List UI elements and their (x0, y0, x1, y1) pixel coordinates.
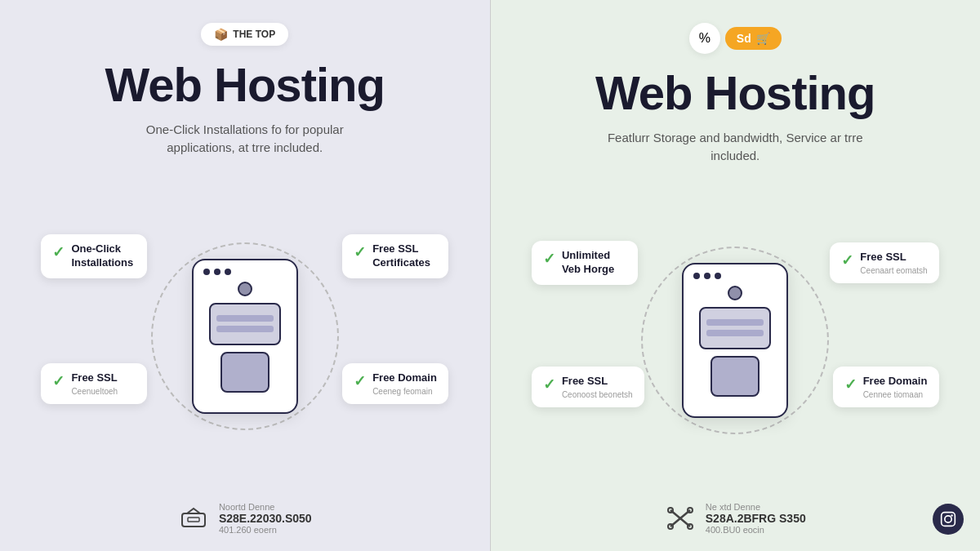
card-free-ssl-cert-title: Free SSLCertificates (372, 242, 430, 270)
box-icon: 📦 (214, 28, 228, 41)
right-server-drive1 (699, 307, 771, 349)
left-panel: 📦 THE TOP Web Hosting One-Click Installa… (0, 0, 490, 551)
rdrive-line2 (706, 330, 764, 336)
card-free-domain-title: Free Domain (372, 371, 437, 385)
rcheck-icon-4: ✓ (844, 375, 857, 393)
right-footer-label: Ne xtd Denne (706, 502, 806, 512)
right-footer-icon (665, 503, 696, 534)
card-free-ssl3-title: Free SSL (562, 375, 633, 389)
card-unlimited: ✓ UnlimitedVeb Horge (532, 241, 638, 285)
left-footer: Noortd Denne S28E.22030.S050 401.260 eoe… (33, 502, 457, 535)
svg-point-10 (951, 514, 953, 517)
left-footer-label: Noortd Denne (219, 502, 312, 512)
left-title: Web Hosting (105, 59, 385, 111)
rdot3 (715, 273, 721, 279)
check-icon-4: ✓ (354, 372, 366, 390)
card-free-ssl2-text: Free SSL Ceenaart eomatsh (860, 251, 927, 275)
card-free-ssl2: ✓ Free SSL Ceenaart eomatsh (830, 242, 938, 283)
right-server-camera (728, 286, 742, 300)
right-server-unit (682, 263, 788, 418)
svg-rect-0 (182, 513, 205, 527)
left-footer-text: Noortd Denne S28E.22030.S050 401.260 eoe… (219, 502, 312, 535)
drive-line1 (216, 315, 274, 322)
right-footer-text: Ne xtd Denne S28A.2BFRG S350 400.BU0 eoc… (706, 502, 806, 535)
card-unlimited-text: UnlimitedVeb Horge (562, 249, 614, 277)
card-free-ssl2-title: Free SSL (860, 251, 927, 264)
right-footer: Ne xtd Denne S28A.2BFRG S350 400.BU0 eoc… (523, 502, 948, 535)
right-title: Web Hosting (595, 67, 875, 119)
dot3 (225, 269, 231, 275)
card-free-ssl: ✓ Free SSL Ceenueltoeh (41, 363, 147, 404)
right-footer-note: 400.BU0 eocin (706, 525, 806, 535)
card-free-domain2-title: Free Domain (863, 375, 928, 389)
card-free-ssl-text: Free SSL Ceenueltoeh (71, 371, 118, 396)
left-subtitle: One-Click Installations fo for popular a… (114, 121, 376, 158)
server-dots (203, 269, 231, 275)
percent-badge: % (689, 23, 720, 54)
cart-icon: 🛒 (756, 32, 770, 45)
left-server-section: ✓ One-ClickInstallations ✓ Free SSLCerti… (33, 177, 457, 495)
left-server-unit (192, 259, 298, 414)
dot1 (203, 269, 210, 275)
right-server-drive2 (710, 356, 760, 397)
rcheck-icon-3: ✓ (543, 375, 555, 393)
svg-point-9 (945, 516, 951, 522)
server-dots-right (693, 273, 721, 279)
card-one-click: ✓ One-ClickInstallations (41, 234, 147, 278)
card-free-domain2-text: Free Domain Cennee tiomaan (863, 375, 928, 399)
orange-badge-text: Sd (737, 32, 751, 45)
check-icon-1: ✓ (52, 243, 65, 261)
drive-line2 (216, 326, 274, 332)
rcheck-icon-1: ✓ (543, 250, 555, 268)
badge-text: THE TOP (233, 29, 275, 40)
right-panel: % Sd 🛒 Web Hosting Featlurr Storage and … (491, 0, 981, 551)
card-free-domain-text: Free Domain Ceeneg feomain (372, 371, 437, 396)
card-free-domain: ✓ Free Domain Ceeneg feomain (342, 363, 448, 404)
card-free-ssl3-text: Free SSL Ceonoost beonetsh (562, 375, 633, 399)
right-server-section: ✓ UnlimitedVeb Horge ✓ Free SSL Ceenaart… (523, 185, 948, 495)
card-free-ssl3: ✓ Free SSL Ceonoost beonetsh (532, 367, 644, 407)
right-subtitle: Featlurr Storage and bandwidth, Service … (604, 129, 866, 166)
right-badge-group: % Sd 🛒 (689, 23, 782, 54)
card-free-ssl-cert: ✓ Free SSLCertificates (342, 234, 448, 278)
card-free-domain2: ✓ Free Domain Cennee tiomaan (833, 367, 939, 407)
card-free-ssl3-sub: Ceonoost beonetsh (562, 390, 633, 399)
left-footer-price: S28E.22030.S050 (219, 512, 312, 525)
card-free-ssl-sub: Ceenueltoeh (71, 387, 118, 396)
check-icon-2: ✓ (354, 243, 366, 261)
rdot1 (693, 273, 700, 279)
server-drive2 (220, 352, 270, 393)
rdot2 (704, 273, 710, 279)
orange-badge: Sd 🛒 (725, 27, 782, 50)
dot2 (214, 269, 220, 275)
svg-rect-8 (942, 513, 956, 527)
card-unlimited-title: UnlimitedVeb Horge (562, 249, 614, 277)
card-free-domain-sub: Ceeneg feomain (372, 387, 437, 396)
rcheck-icon-2: ✓ (841, 251, 853, 269)
card-free-domain2-sub: Cennee tiomaan (863, 390, 928, 399)
server-drive1 (209, 303, 281, 345)
left-footer-note: 401.260 eoern (219, 525, 312, 535)
card-free-ssl-cert-text: Free SSLCertificates (372, 242, 430, 270)
card-one-click-title: One-ClickInstallations (71, 242, 133, 270)
svg-rect-1 (188, 518, 199, 522)
card-free-ssl-title: Free SSL (71, 371, 118, 385)
instagram-button[interactable] (933, 504, 964, 535)
card-one-click-text: One-ClickInstallations (71, 242, 133, 270)
server-camera (238, 282, 252, 296)
rdrive-line1 (706, 319, 764, 326)
check-icon-3: ✓ (52, 372, 65, 390)
percent-icon: % (699, 31, 710, 46)
card-free-ssl2-sub: Ceenaart eomatsh (860, 266, 927, 275)
right-footer-price: S28A.2BFRG S350 (706, 512, 806, 525)
left-badge: 📦 THE TOP (201, 23, 288, 46)
left-footer-icon (178, 503, 209, 534)
